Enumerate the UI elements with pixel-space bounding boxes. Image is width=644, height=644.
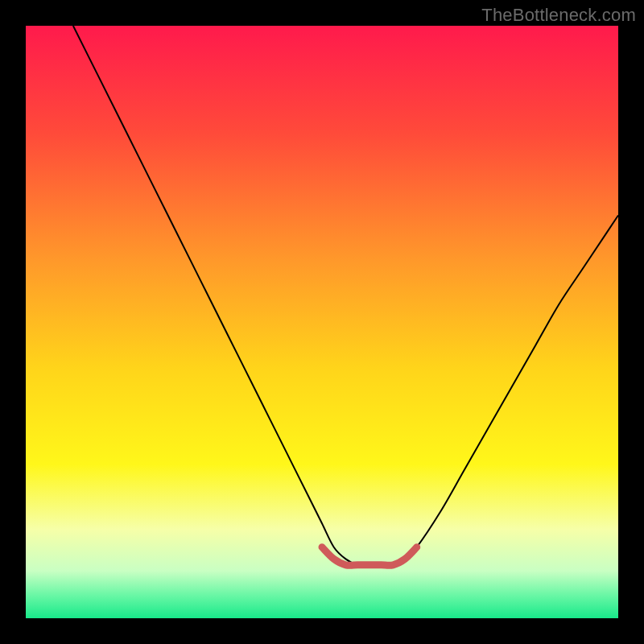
watermark-text: TheBottleneck.com bbox=[481, 5, 636, 26]
gradient-background bbox=[26, 26, 618, 618]
chart-container: TheBottleneck.com bbox=[0, 0, 644, 644]
bottleneck-chart bbox=[26, 26, 618, 618]
